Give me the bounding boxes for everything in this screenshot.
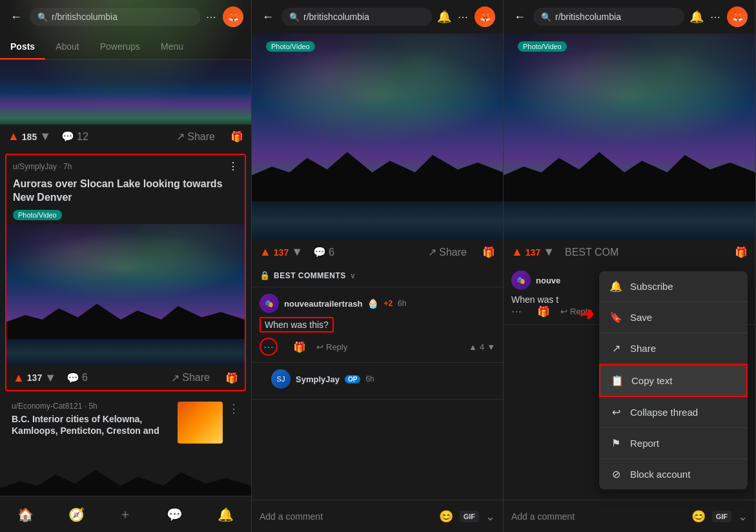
dropdown-collapse-thread[interactable]: ↩ Collapse thread <box>599 397 748 428</box>
avatar-3[interactable]: 🦊 <box>727 6 748 27</box>
dropdown-report[interactable]: ⚑ Report <box>599 428 748 459</box>
gift-icon-comment-p3[interactable]: 🎁 <box>537 305 550 318</box>
reply-icon-p3: ↩ <box>560 307 567 316</box>
comment-time-2-p2: 6h <box>365 374 374 384</box>
chevron-down-icon-2: ∨ <box>350 271 356 280</box>
gif-button-2[interactable]: GIF <box>460 511 479 522</box>
add-comment-bar-3: Add a comment 😊 GIF ⌄ <box>504 500 755 532</box>
search-bar-2[interactable]: 🔍 r/britishcolumbia <box>281 8 432 26</box>
red-arrow-indicator: ➜ <box>579 303 594 325</box>
comment-item-1-p2: 🎭 nouveautrailertrash 🧁 +2 6h When was t… <box>252 287 503 363</box>
bell-icon-3[interactable]: 🔔 <box>690 10 704 24</box>
add-comment-bar-2: Add a comment 😊 GIF ⌄ <box>252 500 503 532</box>
share-icon-2: ↗ <box>428 246 436 258</box>
block-icon: ⊘ <box>609 468 622 480</box>
top-icons-2: 🔔 ⋯ 🦊 <box>437 6 495 27</box>
comment-text-span-1-p2: When was this? <box>260 317 334 332</box>
banner-image-1 <box>0 60 251 125</box>
nav-chat-1[interactable]: 💬 <box>167 507 183 522</box>
gift-icon-3[interactable]: 🎁 <box>735 246 748 258</box>
nav-post-1[interactable]: ＋ <box>119 506 132 523</box>
back-button-3[interactable]: ← <box>511 8 528 26</box>
dropdown-subscribe[interactable]: 🔔 Subscribe <box>599 271 748 302</box>
comment-text-1-p2: When was this? <box>260 317 495 338</box>
downvote-post-1[interactable]: ▼ <box>45 371 56 385</box>
upvote-post-1[interactable]: ▲ <box>13 371 25 385</box>
gift-icon-comment-1-p2[interactable]: 🎁 <box>293 341 306 353</box>
collapse-icon: ↩ <box>609 406 622 418</box>
comment-avatar-1-p3: 🎭 <box>511 271 531 290</box>
top-bar-2: ← 🔍 r/britishcolumbia 🔔 ⋯ 🦊 <box>252 0 503 34</box>
post-image-container-2: Photo/Video <box>252 34 503 240</box>
avatar-2[interactable]: 🦊 <box>475 6 495 27</box>
share-group-post-1[interactable]: ↗ Share <box>171 372 210 384</box>
dropdown-share[interactable]: ↗ Share <box>599 333 748 364</box>
post-card2-thumbnail <box>178 402 223 444</box>
back-button-2[interactable]: ← <box>260 8 276 26</box>
post-card2-menu[interactable]: ⋮ <box>228 402 240 416</box>
downvote-2[interactable]: ▼ <box>291 245 303 259</box>
comment-vote-1-p2: ▲ 4 ▼ <box>469 342 495 352</box>
comment-plus-1-p2: +2 <box>383 299 393 308</box>
comment-text-p3: When was t <box>511 294 558 305</box>
comment-menu-btn-1-p2[interactable]: ⋯ <box>260 338 278 356</box>
add-comment-input-3[interactable]: Add a comment <box>511 511 685 522</box>
vote-count-2: 137 <box>274 247 289 258</box>
comment-group-2[interactable]: 💬 6 <box>313 246 334 258</box>
dropdown-copy-text[interactable]: 📋 Copy text <box>599 364 748 397</box>
op-badge-p2: OP <box>345 375 360 384</box>
nav-explore-1[interactable]: 🧭 <box>68 507 85 522</box>
vote-count-3: 137 <box>526 247 540 258</box>
scroll-down-button-2[interactable]: ⌄ <box>485 509 495 524</box>
post-card2-title: B.C. Interior cities of Kelowna, Kamloop… <box>12 413 172 436</box>
save-icon: 🔖 <box>609 311 622 323</box>
upvote-comment-1-p2[interactable]: ▲ <box>469 342 477 352</box>
gift-icon-2[interactable]: 🎁 <box>482 246 495 258</box>
comment-user-row-2-p2: SJ SymplyJay OP 6h <box>271 369 495 389</box>
dropdown-block-account[interactable]: ⊘ Block account <box>599 459 748 489</box>
comment-group-post-1[interactable]: 💬 6 <box>66 372 88 384</box>
dropdown-save[interactable]: 🔖 Save <box>599 302 748 333</box>
gift-icon-post-1[interactable]: 🎁 <box>225 372 238 384</box>
vote-group-post-1: ▲ 137 ▼ <box>13 371 56 385</box>
comment-username-2-p2: SymplyJay <box>296 374 340 384</box>
share-label-2: Share <box>439 247 467 258</box>
add-comment-input-2[interactable]: Add a comment <box>260 511 433 522</box>
comment-icon-post-1: 💬 <box>66 372 79 384</box>
nav-inbox-1[interactable]: 🔔 <box>218 507 234 522</box>
downvote-comment-1-p2[interactable]: ▼ <box>487 342 495 352</box>
more-button-2[interactable]: ⋯ <box>458 11 468 23</box>
downvote-3[interactable]: ▼ <box>543 245 555 259</box>
tag-overlay-3: Photo/Video <box>511 40 573 56</box>
vote-group-2: ▲ 137 ▼ <box>260 245 303 259</box>
vote-count-comment-1-p2: 4 <box>480 342 484 352</box>
post-tag-2: Photo/Video <box>266 41 315 52</box>
vote-count-post-1: 137 <box>27 373 42 383</box>
bottom-nav-1: 🏠 🧭 ＋ 💬 🔔 <box>0 496 251 532</box>
upvote-3[interactable]: ▲ <box>511 245 523 259</box>
emoji-icon-2[interactable]: 😊 <box>439 509 453 524</box>
gif-button-3[interactable]: GIF <box>712 511 731 522</box>
more-button-3[interactable]: ⋯ <box>710 11 720 23</box>
post-card-2[interactable]: u/Economy-Cat8121 · 5h B.C. Interior cit… <box>5 396 246 449</box>
share-group-2[interactable]: ↗ Share <box>428 246 467 258</box>
bell-icon-2[interactable]: 🔔 <box>437 10 451 24</box>
comments-header-2[interactable]: 🔒 BEST COMMENTS ∨ <box>252 264 503 287</box>
share-label-post-1: Share <box>182 372 210 384</box>
comment-flair-1-p2: 🧁 <box>367 298 378 309</box>
comment-group-3[interactable]: BEST COM <box>565 247 618 258</box>
nav-home-1[interactable]: 🏠 <box>17 507 34 522</box>
reply-button-1-p2[interactable]: ↩ Reply <box>316 342 347 352</box>
comment-item-2-p2: SJ SymplyJay OP 6h <box>252 363 503 400</box>
comment-username-1-p3: nouve <box>536 276 560 285</box>
upvote-2[interactable]: ▲ <box>260 245 271 259</box>
comment-menu-p3[interactable]: ⋯ <box>511 305 522 318</box>
best-comments-label-2: BEST COMMENTS <box>274 271 346 280</box>
panel-2: ← 🔍 r/britishcolumbia 🔔 ⋯ 🦊 Photo/Video … <box>252 0 504 532</box>
emoji-icon-3[interactable]: 😊 <box>691 509 706 524</box>
scroll-down-button-3[interactable]: ⌄ <box>738 509 748 524</box>
reply-icon-1-p2: ↩ <box>316 342 323 352</box>
share-icon-post-1: ↗ <box>171 372 179 384</box>
share-label-dd: Share <box>630 343 656 354</box>
search-bar-3[interactable]: 🔍 r/britishcolumbia <box>533 8 684 26</box>
